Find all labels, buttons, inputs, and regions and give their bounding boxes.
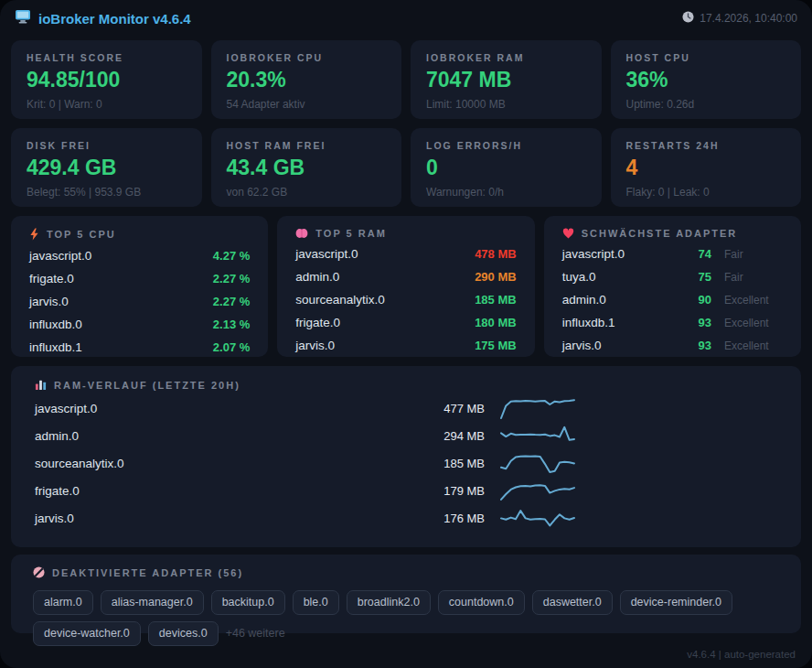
weakest-title-text: SCHWÄCHSTE ADAPTER [582,228,738,239]
stat-card: LOG ERRORS/H0Warnungen: 0/h [411,128,602,207]
adapter-value: 2.07 % [213,340,250,354]
header: ioBroker Monitor v4.6.4 17.4.2026, 10:40… [0,0,812,37]
list-item: sourceanalytix.0185 MB [35,449,576,477]
footer-text: v4.6.4 | auto-generated [687,649,796,660]
ram-history-title: RAM-VERLAUF (LETZTE 20H) [35,379,777,391]
weakest-list: javascript.074Fairtuya.075Fairadmin.090E… [562,242,783,357]
adapter-chip: alias-manager.0 [101,590,204,615]
stat-card-label: RESTARTS 24H [626,140,786,151]
list-item: frigate.0179 MB [35,477,576,504]
adapter-rating: Fair [711,271,783,284]
bar-chart-icon [35,379,47,391]
stat-card-sub: Belegt: 55% | 953.9 GB [27,186,187,199]
timestamp: 17.4.2026, 10:40:00 [700,12,797,25]
stat-card-sub: Warnungen: 0/h [426,186,586,199]
adapter-rating: Fair [711,248,783,261]
list-item: influxdb.12.07 % [29,336,250,359]
list-item: javascript.0478 MB [295,242,516,265]
top5-cpu-title: TOP 5 CPU [29,228,250,241]
adapter-chip: backitup.0 [211,590,285,615]
stat-card-value: 4 [626,156,786,180]
stat-card-label: HEALTH SCORE [27,52,187,63]
list-item: admin.0290 MB [295,265,516,288]
list-item: admin.090Excellent [562,288,783,311]
stat-card: HOST CPU36%Uptime: 0.26d [611,40,802,119]
stat-cards-grid: HEALTH SCORE94.85/100Krit: 0 | Warn: 0IO… [0,37,812,207]
adapter-score: 74 [688,247,711,261]
ram-value: 179 MB [419,484,485,498]
stat-card-value: 94.85/100 [27,68,187,92]
adapter-chip: alarm.0 [33,590,93,615]
adapter-name: jarvis.0 [35,512,419,525]
weakest-adapters-panel: SCHWÄCHSTE ADAPTER javascript.074Fairtuy… [544,216,801,357]
adapter-value: 2.27 % [213,295,250,308]
ram-value: 477 MB [419,402,485,415]
adapter-name: tuya.0 [562,270,688,284]
stat-card: HOST RAM FREI43.4 GBvon 62.2 GB [211,128,402,207]
adapter-name: influxdb.0 [29,318,213,331]
heart-icon [562,228,574,239]
adapter-value: 2.27 % [213,272,250,286]
top5-ram-title: TOP 5 RAM [295,228,516,239]
list-item: javascript.04.27 % [29,244,250,267]
adapter-name: javascript.0 [562,247,688,261]
adapter-name: frigate.0 [29,272,213,286]
ram-value: 185 MB [419,457,485,470]
list-item: javascript.074Fair [562,242,783,265]
adapter-name: frigate.0 [295,316,475,329]
list-item: admin.0294 MB [35,422,576,449]
stat-card-label: LOG ERRORS/H [426,140,586,151]
top-panels-row: TOP 5 CPU javascript.04.27 %frigate.02.2… [0,207,812,357]
adapter-chip: device-reminder.0 [620,590,732,615]
stat-card-sub: Uptime: 0.26d [626,98,786,111]
adapter-name: javascript.0 [29,249,213,263]
ram-value: 294 MB [419,429,485,443]
disabled-adapters-panel: DEAKTIVIERTE ADAPTER (56) alarm.0alias-m… [11,555,801,633]
disabled-title-text: DEAKTIVIERTE ADAPTER (56) [52,567,243,578]
stat-card-value: 43.4 GB [227,156,387,180]
ram-sparkline [499,505,576,531]
stat-card-label: HOST RAM FREI [227,140,387,151]
list-item: tuya.075Fair [562,265,783,288]
list-item: jarvis.02.27 % [29,290,250,313]
ram-sparkline [499,395,576,421]
brain-icon [295,228,308,239]
stat-card-sub: 54 Adapter aktiv [227,98,387,111]
footer: v4.6.4 | auto-generated [0,633,812,668]
prohibited-icon [33,566,45,578]
stat-card: RESTARTS 24H4Flaky: 0 | Leak: 0 [611,128,802,207]
stat-card: IOBROKER CPU20.3%54 Adapter aktiv [211,40,402,119]
top5-ram-list: javascript.0478 MBadmin.0290 MBsourceana… [295,242,516,357]
disabled-title: DEAKTIVIERTE ADAPTER (56) [33,566,779,578]
stat-card-label: IOBROKER RAM [426,52,586,63]
adapter-rating: Excellent [711,339,783,352]
adapter-name: javascript.0 [35,402,419,415]
list-item: sourceanalytix.0185 MB [295,288,516,311]
adapter-name: jarvis.0 [562,339,688,352]
adapter-chip: ble.0 [293,590,339,615]
app-window: ioBroker Monitor v4.6.4 17.4.2026, 10:40… [0,0,812,668]
list-item: jarvis.0176 MB [35,504,576,532]
ram-history-panel: RAM-VERLAUF (LETZTE 20H) javascript.0477… [11,366,801,547]
list-item: influxdb.193Excellent [562,311,783,334]
adapter-value: 180 MB [475,316,517,329]
list-item: jarvis.0175 MB [295,334,516,357]
adapter-value: 185 MB [475,293,517,307]
adapter-name: jarvis.0 [29,295,213,308]
ram-history-list: javascript.0477 MBadmin.0294 MBsourceana… [35,394,777,532]
page-title: ioBroker Monitor v4.6.4 [38,11,191,27]
adapter-name: influxdb.1 [562,316,688,329]
top5-cpu-title-text: TOP 5 CPU [47,229,116,240]
adapter-value: 478 MB [475,247,517,261]
ram-sparkline [499,478,576,503]
adapter-value: 2.13 % [213,318,250,331]
stat-card-value: 0 [426,156,586,180]
top5-cpu-list: javascript.04.27 %frigate.02.27 %jarvis.… [29,244,250,359]
adapter-name: influxdb.1 [29,340,213,354]
ram-history-title-text: RAM-VERLAUF (LETZTE 20H) [54,380,240,391]
adapter-name: admin.0 [35,429,419,443]
list-item: frigate.0180 MB [295,311,516,334]
adapter-score: 93 [688,316,711,329]
list-item: frigate.02.27 % [29,267,250,290]
timestamp-wrap: 17.4.2026, 10:40:00 [682,11,797,26]
